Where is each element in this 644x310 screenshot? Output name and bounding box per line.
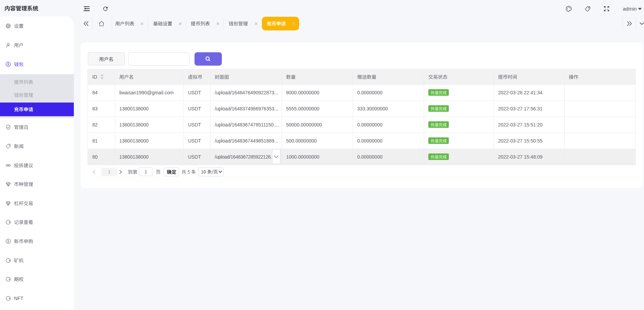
svg-text:$: $ xyxy=(7,239,9,243)
svg-text:$: $ xyxy=(7,62,9,66)
